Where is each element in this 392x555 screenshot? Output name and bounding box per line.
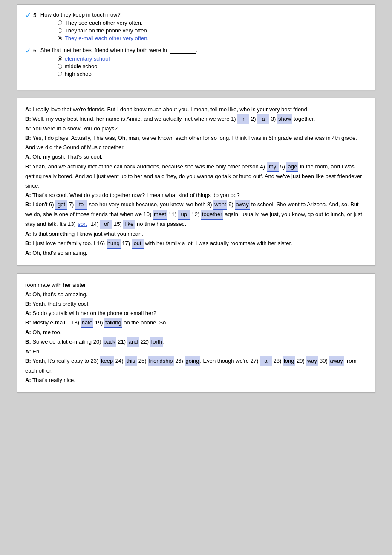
speaker-a-label: A: <box>25 106 31 113</box>
speaker-b-label-4: B: <box>25 201 31 208</box>
blank-23: keep <box>100 356 114 366</box>
speaker-b-label-1: B: <box>25 116 31 122</box>
options-list-5: They see each other very often. They tal… <box>58 20 149 41</box>
speaker-b-label-2: B: <box>25 135 31 141</box>
blank-20: back <box>103 337 116 347</box>
question-6: ✓ 6. She first met her best friend when … <box>25 47 367 78</box>
blank-25: friendship <box>148 356 173 366</box>
transcript-card-1: A: I really love that we're friends. But… <box>17 98 375 266</box>
speaker-a-2-1: A: <box>25 291 31 298</box>
quiz-card: ✓ 5. How do they keep in touch now? They… <box>17 4 375 90</box>
radio-5-2[interactable] <box>58 28 62 33</box>
radio-6-3[interactable] <box>58 72 62 76</box>
blank-3: show <box>277 114 292 124</box>
speaker-a-2-3: A: <box>25 329 31 335</box>
speaker-a-label-2: A: <box>25 125 31 132</box>
blank-4: my <box>267 162 279 172</box>
blank-1: in <box>237 114 249 124</box>
speaker-b-2-1: B: <box>25 301 31 307</box>
option-6-2[interactable]: middle school <box>58 63 197 69</box>
blank-18: hate <box>81 318 93 328</box>
blank-21: and <box>127 337 139 347</box>
blank-5: age <box>286 162 298 172</box>
speaker-a-2-2: A: <box>25 310 31 316</box>
option-6-1[interactable]: elementary school <box>58 55 197 62</box>
blank-12: together <box>201 210 223 220</box>
option-label-6-3: high school <box>65 71 93 77</box>
speaker-b-label-5: B: <box>25 240 31 246</box>
checkmark-5: ✓ <box>25 11 32 20</box>
question-5: ✓ 5. How do they keep in touch now? They… <box>25 12 367 43</box>
blank-16: hung <box>107 239 121 249</box>
blank-15: like <box>123 220 135 229</box>
speaker-a-2-4: A: <box>25 348 31 355</box>
option-5-3[interactable]: They e-mail each other very often. <box>58 35 149 41</box>
blank-6 <box>170 47 196 54</box>
blank-9: away <box>235 200 249 210</box>
speaker-b-2-4: B: <box>25 358 31 364</box>
blank-30: away <box>329 356 344 366</box>
blank-7: to <box>75 200 87 210</box>
option-6-3[interactable]: high school <box>58 71 197 77</box>
option-5-1[interactable]: They see each other very often. <box>58 20 149 26</box>
blank-19: talking <box>104 318 122 328</box>
speaker-b-2-2: B: <box>25 319 31 326</box>
speaker-a-label-3: A: <box>25 153 31 160</box>
q-number-5: 5. <box>33 12 38 18</box>
blank-22: forth <box>150 337 163 347</box>
blank-6b: get <box>55 200 67 210</box>
option-label-6-2: middle school <box>65 63 99 69</box>
blank-17: out <box>132 239 144 249</box>
transcript-card-2: roommate with her sister. A: Oh, that's … <box>17 273 375 393</box>
transcript-2-content: roommate with her sister. A: Oh, that's … <box>25 280 367 385</box>
radio-6-1[interactable] <box>58 56 62 61</box>
radio-6-2[interactable] <box>58 64 62 69</box>
blank-28: long <box>283 356 295 366</box>
radio-5-1[interactable] <box>58 20 62 25</box>
option-label-6-1: elementary school <box>65 55 110 62</box>
blank-10: meet <box>153 210 167 220</box>
blank-24: this <box>125 356 137 366</box>
blank-8: went <box>213 200 227 210</box>
blank-11: up <box>178 210 190 220</box>
speaker-a-label-5: A: <box>25 231 31 237</box>
option-label-5-3: They e-mail each other very often. <box>65 35 149 41</box>
speaker-a-label-4: A: <box>25 192 31 198</box>
checkmark-6: ✓ <box>25 46 32 55</box>
blank-2: a <box>257 114 269 124</box>
blank-29: way <box>306 356 318 366</box>
speaker-a-label-6: A: <box>25 250 31 256</box>
speaker-b-2-3: B: <box>25 338 31 345</box>
radio-5-3[interactable] <box>58 36 62 40</box>
q-text-6: She first met her best friend when they … <box>40 47 197 54</box>
options-list-6: elementary school middle school high sch… <box>58 55 197 77</box>
blank-26: going <box>185 356 200 366</box>
transcript-1-content: A: I really love that we're friends. But… <box>25 105 367 258</box>
option-label-5-2: They talk on the phone very often. <box>65 27 149 34</box>
speaker-b-label-3: B: <box>25 163 31 170</box>
blank-13: sort <box>77 220 89 229</box>
blank-14: of <box>100 220 112 229</box>
option-label-5-1: They see each other very often. <box>65 20 143 26</box>
speaker-a-2-5: A: <box>25 377 31 383</box>
option-5-2[interactable]: They talk on the phone very often. <box>58 27 149 34</box>
q-text-5: How do they keep in touch now? <box>40 12 149 18</box>
q-number-6: 6. <box>33 47 38 54</box>
blank-27: a <box>260 356 272 366</box>
